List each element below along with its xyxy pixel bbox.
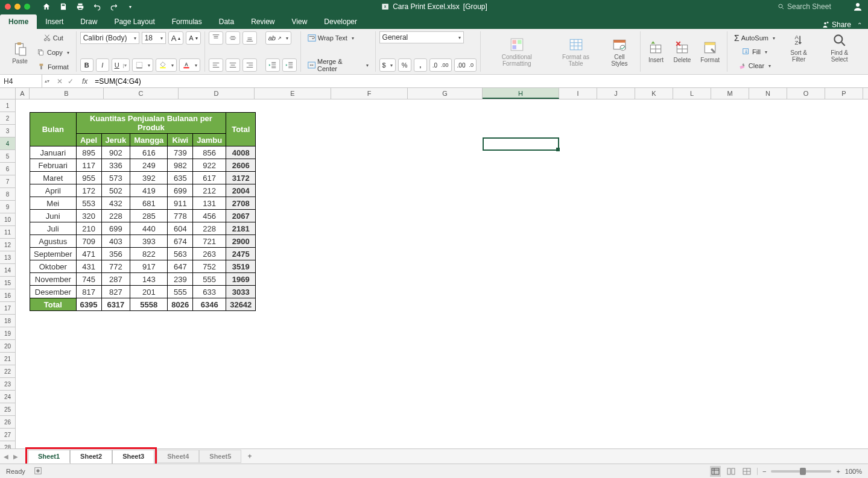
row-header-21[interactable]: 21 xyxy=(0,353,15,365)
row-header-8[interactable]: 8 xyxy=(0,188,15,201)
column-header-M[interactable]: M xyxy=(711,88,749,99)
row-header-6[interactable]: 6 xyxy=(0,163,15,175)
row-header-4[interactable]: 4 xyxy=(0,137,15,150)
align-middle-button[interactable] xyxy=(226,31,240,45)
redo-icon[interactable] xyxy=(110,2,118,11)
column-header-G[interactable]: G xyxy=(408,88,483,99)
add-sheet-button[interactable]: + xyxy=(241,450,258,463)
row-header-5[interactable]: 5 xyxy=(0,150,15,163)
row-header-10[interactable]: 10 xyxy=(0,213,15,226)
tab-home[interactable]: Home xyxy=(0,14,37,29)
cancel-formula-icon[interactable]: ✕ xyxy=(57,77,63,86)
tab-insert[interactable]: Insert xyxy=(37,14,72,29)
font-color-button[interactable]: A▾ xyxy=(179,58,200,72)
column-header-E[interactable]: E xyxy=(255,88,331,99)
normal-view-button[interactable] xyxy=(710,466,721,477)
comma-button[interactable]: , xyxy=(414,58,427,72)
decrease-indent-button[interactable] xyxy=(265,58,280,72)
row-header-24[interactable]: 24 xyxy=(0,391,15,403)
copy-button[interactable]: Copy▾ xyxy=(34,46,72,59)
row-header-19[interactable]: 19 xyxy=(0,327,15,340)
format-painter-button[interactable]: Format xyxy=(34,60,72,74)
row-header-13[interactable]: 13 xyxy=(0,251,15,264)
maximize-window-button[interactable] xyxy=(24,4,30,10)
find-select-button[interactable]: Find & Select xyxy=(819,31,860,64)
row-header-15[interactable]: 15 xyxy=(0,277,15,289)
sheet-tab-4[interactable]: Sheet4 xyxy=(157,450,199,463)
decrease-decimal-button[interactable]: .00.0 xyxy=(454,58,477,72)
zoom-slider[interactable] xyxy=(771,470,831,473)
row-header-22[interactable]: 22 xyxy=(0,365,15,378)
increase-indent-button[interactable] xyxy=(282,58,297,72)
row-header-1[interactable]: 1 xyxy=(0,99,15,112)
tab-formulas[interactable]: Formulas xyxy=(163,14,211,29)
clear-button[interactable]: Clear▾ xyxy=(731,59,778,72)
insert-cells-button[interactable]: Insert xyxy=(644,39,667,64)
align-center-button[interactable] xyxy=(226,58,240,72)
undo-icon[interactable] xyxy=(93,2,101,11)
minimize-window-button[interactable] xyxy=(14,4,21,10)
increase-font-button[interactable]: A▴ xyxy=(168,31,184,45)
tab-review[interactable]: Review xyxy=(242,14,283,29)
increase-decimal-button[interactable]: .0.00 xyxy=(429,58,452,72)
bold-button[interactable]: B xyxy=(80,58,93,72)
row-header-17[interactable]: 17 xyxy=(0,302,15,315)
paste-button[interactable]: Paste xyxy=(8,40,31,66)
print-icon[interactable] xyxy=(76,2,84,11)
formula-input[interactable] xyxy=(91,77,868,86)
wrap-text-button[interactable]: Wrap Text▾ xyxy=(305,31,357,45)
name-box[interactable]: H4 xyxy=(0,75,42,87)
fill-button[interactable]: Fill▾ xyxy=(731,45,778,58)
save-icon[interactable] xyxy=(59,2,68,11)
column-header-F[interactable]: F xyxy=(331,88,408,99)
sheet-tab-2[interactable]: Sheet2 xyxy=(70,450,112,464)
collapse-ribbon-icon[interactable]: ⌃ xyxy=(857,22,862,28)
cell-styles-button[interactable]: Cell Styles xyxy=(603,36,637,68)
column-header-B[interactable]: B xyxy=(30,88,104,99)
border-button[interactable]: ▾ xyxy=(132,58,153,72)
font-name-combo[interactable]: Calibri (Body)▾ xyxy=(80,32,139,44)
merge-center-button[interactable]: Merge & Center▾ xyxy=(305,58,372,72)
search-input[interactable] xyxy=(787,2,847,11)
grid-area[interactable]: 1234567891011121314151617181920212223242… xyxy=(0,99,868,449)
number-format-combo[interactable]: General▾ xyxy=(379,31,464,43)
row-header-27[interactable]: 27 xyxy=(0,429,15,441)
align-top-button[interactable] xyxy=(209,31,223,45)
tab-draw[interactable]: Draw xyxy=(72,14,106,29)
format-cells-button[interactable]: Format xyxy=(697,39,723,64)
sheet-tab-1[interactable]: Sheet1 xyxy=(28,450,70,464)
fill-color-button[interactable]: ▾ xyxy=(156,58,177,72)
zoom-out-button[interactable]: − xyxy=(762,468,766,475)
row-header-11[interactable]: 11 xyxy=(0,226,15,239)
row-header-20[interactable]: 20 xyxy=(0,340,15,353)
row-header-3[interactable]: 3 xyxy=(0,125,15,137)
row-header-26[interactable]: 26 xyxy=(0,416,15,429)
align-left-button[interactable] xyxy=(209,58,223,72)
sheet-nav-next-icon[interactable]: ▶ xyxy=(13,453,22,460)
page-layout-view-button[interactable] xyxy=(726,466,737,477)
row-header-2[interactable]: 2 xyxy=(0,112,15,125)
row-header-25[interactable]: 25 xyxy=(0,403,15,416)
column-header-N[interactable]: N xyxy=(749,88,787,99)
row-header-9[interactable]: 9 xyxy=(0,201,15,213)
user-icon[interactable] xyxy=(852,1,863,12)
decrease-font-button[interactable]: A▾ xyxy=(186,31,200,45)
column-header-K[interactable]: K xyxy=(635,88,673,99)
row-header-7[interactable]: 7 xyxy=(0,175,15,188)
column-header-P[interactable]: P xyxy=(825,88,863,99)
orientation-button[interactable]: ab↗▾ xyxy=(265,31,291,45)
column-header-L[interactable]: L xyxy=(673,88,711,99)
tab-view[interactable]: View xyxy=(284,14,316,29)
font-size-combo[interactable]: 18▾ xyxy=(142,32,166,44)
sheet-tab-5[interactable]: Sheet5 xyxy=(199,450,241,463)
select-all-corner[interactable] xyxy=(0,88,16,99)
column-header-J[interactable]: J xyxy=(597,88,635,99)
align-right-button[interactable] xyxy=(242,58,257,72)
row-header-12[interactable]: 12 xyxy=(0,239,15,251)
zoom-in-button[interactable]: + xyxy=(836,468,840,475)
row-header-18[interactable]: 18 xyxy=(0,315,15,327)
share-button[interactable]: + Share xyxy=(821,20,851,29)
confirm-formula-icon[interactable]: ✓ xyxy=(68,77,74,86)
currency-button[interactable]: $▾ xyxy=(379,58,396,72)
column-header-C[interactable]: C xyxy=(104,88,179,99)
